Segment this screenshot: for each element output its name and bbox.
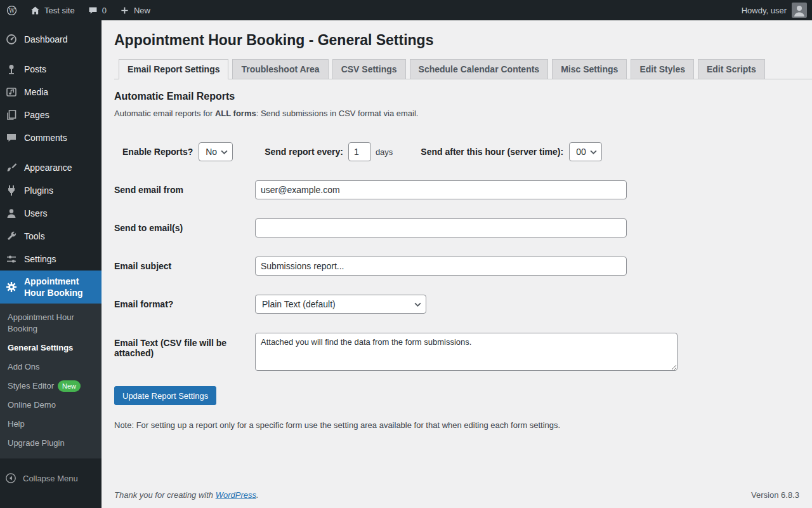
- sidebar-item-label: Dashboard: [24, 34, 68, 45]
- home-icon: [30, 5, 41, 16]
- email-format-select[interactable]: Plain Text (default): [255, 295, 426, 314]
- tab-edit-styles[interactable]: Edit Styles: [631, 59, 694, 79]
- submenu-item-upgrade-plugin[interactable]: Upgrade Plugin: [0, 434, 102, 453]
- plugin-submenu: Appointment Hour Booking General Setting…: [0, 304, 102, 458]
- tools-wrench-icon: [5, 230, 18, 243]
- sidebar-item-label: Users: [24, 208, 48, 219]
- chevron-down-icon: [590, 150, 597, 154]
- comments-icon: [5, 131, 18, 144]
- wordpress-link[interactable]: WordPress: [216, 490, 256, 500]
- sidebar-item-label: Settings: [24, 253, 56, 265]
- submenu-item-general-settings[interactable]: General Settings: [0, 338, 102, 358]
- sidebar-item-appointment-hour-booking[interactable]: Appointment Hour Booking: [0, 271, 102, 304]
- plus-icon: [119, 5, 130, 16]
- posts-icon: [5, 63, 18, 76]
- pages-icon: [5, 109, 18, 121]
- sidebar-item-appearance[interactable]: Appearance: [0, 156, 102, 179]
- send-to-emails-label: Send to email(s): [114, 223, 255, 233]
- send-email-from-input[interactable]: [255, 180, 627, 199]
- chevron-left-circle-icon: [5, 472, 16, 484]
- intro-suffix: : Send submissions in CSV format via ema…: [256, 109, 419, 118]
- submenu-label: Add Ons: [8, 361, 40, 373]
- new-menu-button[interactable]: New: [113, 0, 157, 20]
- submenu-item-styles-editor[interactable]: Styles Editor New: [0, 377, 102, 396]
- submenu-item-help[interactable]: Help: [0, 415, 102, 434]
- sidebar-item-posts[interactable]: Posts: [0, 58, 102, 81]
- sidebar-item-settings[interactable]: Settings: [0, 248, 102, 271]
- media-icon: [5, 86, 18, 98]
- submenu-item-appointment-hour-booking[interactable]: Appointment Hour Booking: [0, 308, 102, 338]
- submenu-label: General Settings: [8, 342, 73, 354]
- site-name-label: Test site: [44, 6, 75, 15]
- days-unit-label: days: [376, 147, 393, 157]
- report-settings-form: Enable Reports? No Send report every: da…: [114, 142, 799, 430]
- main-content: Appointment Hour Booking - General Setti…: [102, 20, 812, 508]
- sidebar-item-media[interactable]: Media: [0, 81, 102, 104]
- email-text-textarea[interactable]: Attached you will find the data from the…: [255, 333, 678, 371]
- submenu-label: Help: [8, 418, 25, 430]
- sidebar-item-tools[interactable]: Tools: [0, 225, 102, 248]
- collapse-menu-button[interactable]: Collapse Menu: [0, 467, 102, 489]
- comments-admin-bar-link[interactable]: 0: [81, 0, 113, 20]
- email-format-value: Plain Text (default): [262, 299, 336, 309]
- thanks-prefix: Thank you for creating with: [114, 490, 216, 500]
- sidebar-item-label: Appearance: [24, 162, 72, 173]
- tab-edit-scripts[interactable]: Edit Scripts: [698, 59, 765, 79]
- email-subject-label: Email subject: [114, 261, 255, 271]
- site-name-link[interactable]: Test site: [23, 0, 81, 20]
- sidebar-item-dashboard[interactable]: Dashboard: [0, 28, 102, 51]
- tab-troubleshoot-area[interactable]: Troubleshoot Area: [232, 59, 328, 79]
- avatar[interactable]: [792, 3, 807, 18]
- wordpress-logo-icon: W: [6, 5, 17, 16]
- note-text: Note: For setting up a report only for a…: [114, 420, 799, 430]
- submenu-item-online-demo[interactable]: Online Demo: [0, 396, 102, 415]
- send-email-from-label: Send email from: [114, 185, 255, 195]
- sidebar-item-users[interactable]: Users: [0, 202, 102, 225]
- settings-sliders-icon: [5, 253, 18, 265]
- submenu-label: Upgrade Plugin: [8, 438, 65, 449]
- comment-bubble-icon: [88, 5, 98, 16]
- send-after-hour-label: Send after this hour (server time):: [421, 147, 563, 157]
- admin-sidebar: Dashboard Posts Media Pages Comments: [0, 20, 102, 508]
- tab-misc-settings[interactable]: Misc Settings: [552, 59, 627, 79]
- report-hour-value: 00: [576, 147, 586, 157]
- send-to-emails-input[interactable]: [255, 218, 627, 237]
- version-text: Version 6.8.3: [751, 490, 799, 500]
- report-days-input[interactable]: [348, 142, 371, 161]
- intro-bold: ALL forms: [215, 109, 256, 118]
- sidebar-item-plugins[interactable]: Plugins: [0, 179, 102, 202]
- comments-count: 0: [102, 6, 107, 15]
- submenu-label: Appointment Hour Booking: [8, 312, 94, 335]
- enable-reports-select[interactable]: No: [199, 142, 233, 161]
- howdy-text[interactable]: Howdy, user: [742, 6, 787, 15]
- tab-csv-settings[interactable]: CSV Settings: [332, 59, 406, 79]
- dashboard-icon: [5, 33, 18, 46]
- tab-email-report-settings[interactable]: Email Report Settings: [119, 59, 228, 79]
- thanks-suffix: .: [256, 490, 259, 500]
- update-report-settings-button[interactable]: Update Report Settings: [114, 386, 216, 405]
- intro-prefix: Automatic email reports for: [114, 109, 215, 118]
- admin-footer: Thank you for creating with WordPress. V…: [102, 484, 812, 508]
- email-text-label: Email Text (CSV file will be attached): [114, 333, 255, 358]
- report-hour-select[interactable]: 00: [569, 142, 602, 161]
- submenu-item-add-ons[interactable]: Add Ons: [0, 358, 102, 377]
- new-label: New: [134, 6, 150, 15]
- svg-text:W: W: [9, 7, 15, 13]
- wordpress-logo-button[interactable]: W: [0, 0, 23, 20]
- page-title: Appointment Hour Booking - General Setti…: [114, 32, 799, 49]
- email-subject-input[interactable]: [255, 257, 627, 276]
- chevron-down-icon: [221, 150, 228, 154]
- plugins-icon: [5, 184, 18, 197]
- intro-text: Automatic email reports for ALL forms: S…: [114, 109, 799, 118]
- sidebar-item-pages[interactable]: Pages: [0, 104, 102, 126]
- sidebar-item-comments[interactable]: Comments: [0, 126, 102, 149]
- sidebar-item-label: Comments: [24, 132, 67, 144]
- enable-reports-value: No: [206, 147, 217, 157]
- send-report-every-label: Send report every:: [265, 147, 343, 157]
- sidebar-item-label: Posts: [24, 64, 46, 75]
- new-badge: New: [58, 380, 81, 392]
- collapse-menu-label: Collapse Menu: [23, 474, 78, 483]
- section-title: Automatic Email Reports: [114, 91, 799, 102]
- tab-schedule-calendar-contents[interactable]: Schedule Calendar Contents: [410, 59, 549, 79]
- email-format-label: Email format?: [114, 299, 255, 309]
